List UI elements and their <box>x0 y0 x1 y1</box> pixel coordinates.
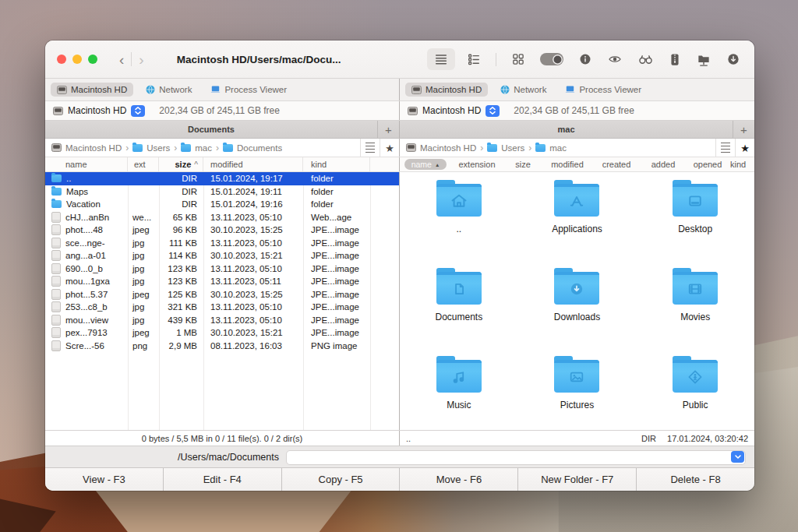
file-icon <box>51 340 61 351</box>
breadcrumb-item[interactable]: Documents <box>237 143 282 153</box>
folder-icon <box>51 200 62 208</box>
table-row[interactable]: mou...1gxajpg123 KB13.11.2023, 05:11JPE.… <box>45 275 399 288</box>
network-button[interactable] <box>696 52 711 67</box>
table-row[interactable]: ang...a-01jpg114 KB30.10.2023, 15:21JPE.… <box>45 249 399 262</box>
folder-tab[interactable]: Documents <box>45 125 377 134</box>
table-row[interactable]: mou...viewjpg439 KB13.11.2023, 05:10JPE.… <box>45 314 399 327</box>
table-row[interactable]: 690...0_bjpg123 KB13.11.2023, 05:10JPE..… <box>45 262 399 276</box>
drive-selector[interactable]: Macintosh HD <box>422 105 481 116</box>
grid-item-downloads[interactable]: Downloads <box>518 268 637 322</box>
free-space-label: 202,34 GB of 245,11 GB free <box>159 105 280 116</box>
view-grid-button[interactable] <box>511 52 525 66</box>
copy-f5-button[interactable]: Copy - F5 <box>282 468 401 491</box>
column-header-kind[interactable]: kind <box>730 160 754 169</box>
delete-f8-button[interactable]: Delete - F8 <box>637 468 754 491</box>
search-button[interactable] <box>637 52 654 66</box>
cell-ext: jpg <box>128 237 159 250</box>
view-list-button[interactable] <box>427 48 455 70</box>
breadcrumb-item[interactable]: Macintosh HD <box>65 143 122 153</box>
grid-item-pictures[interactable]: Pictures <box>518 356 637 410</box>
column-header-kind[interactable]: kind <box>303 157 370 171</box>
tab-macintosh-hd[interactable]: Macintosh HD <box>51 83 133 97</box>
column-header-added[interactable]: added <box>641 160 685 169</box>
laptop-icon <box>565 86 575 93</box>
cell-kind: JPE...image <box>303 301 370 314</box>
favorites-button[interactable] <box>380 139 399 157</box>
tab-process-viewer[interactable]: Process Viewer <box>559 83 648 97</box>
add-tab-button[interactable] <box>733 121 754 138</box>
minimize-button[interactable] <box>72 55 82 64</box>
breadcrumb-item[interactable]: mac <box>195 143 212 153</box>
table-row[interactable]: phot....48jpeg96 KB30.10.2023, 15:25JPE.… <box>45 224 399 237</box>
grid-item-public[interactable]: Public <box>636 356 754 410</box>
tab-network[interactable]: Network <box>494 83 553 97</box>
table-row[interactable]: ..DIR15.01.2024, 19:17folder <box>45 172 399 185</box>
photo-icon <box>567 367 588 388</box>
grid-item-parent[interactable]: .. <box>400 180 518 234</box>
breadcrumb-item[interactable]: mac <box>549 143 567 153</box>
command-input[interactable] <box>286 450 746 465</box>
folder-tab[interactable]: mac <box>400 125 733 134</box>
zoom-button[interactable] <box>88 55 97 64</box>
file-icon <box>51 301 61 312</box>
column-header-size[interactable]: size <box>159 157 203 171</box>
column-header-opened[interactable]: opened <box>685 160 730 169</box>
drive-selector-stepper[interactable] <box>131 105 145 117</box>
close-button[interactable] <box>57 55 66 64</box>
tab-process-viewer[interactable]: Process Viewer <box>204 83 293 97</box>
command-history-button[interactable] <box>731 451 744 463</box>
column-header-modified[interactable]: modified <box>203 157 303 171</box>
breadcrumb-item[interactable]: Users <box>501 143 524 153</box>
forward-button[interactable] <box>139 52 143 67</box>
column-header-ext[interactable]: ext <box>128 157 159 171</box>
archive-button[interactable] <box>669 52 681 67</box>
cell-kind: folder <box>303 172 370 185</box>
breadcrumb-item[interactable]: Macintosh HD <box>420 143 476 153</box>
grid-item-movies[interactable]: Movies <box>636 268 754 322</box>
grid-item-music[interactable]: Music <box>400 356 518 410</box>
app-store-icon <box>567 191 588 212</box>
cell-size: 439 KB <box>159 314 203 327</box>
cell-kind: folder <box>303 198 370 211</box>
add-tab-button[interactable] <box>377 121 399 138</box>
column-header-name[interactable]: name <box>45 157 128 171</box>
view-detailed-button[interactable] <box>467 52 481 66</box>
toggle-switch[interactable] <box>540 53 563 65</box>
detailed-list-icon <box>467 52 481 66</box>
new-folder-f7-button[interactable]: New Folder - F7 <box>518 468 637 491</box>
tab-network[interactable]: Network <box>139 83 198 97</box>
info-button[interactable] <box>578 52 592 66</box>
path-menu-button[interactable] <box>360 139 380 157</box>
tab-macintosh-hd[interactable]: Macintosh HD <box>405 83 488 97</box>
table-row[interactable]: 253...c8_bjpg321 KB13.11.2023, 05:10JPE.… <box>45 301 399 314</box>
breadcrumb-item[interactable]: Users <box>147 143 170 153</box>
table-row[interactable]: Scre...-56png2,9 MB08.11.2023, 16:03PNG … <box>45 340 399 353</box>
table-row[interactable]: cHJ...anBnwe...65 KB13.11.2023, 05:10Web… <box>45 211 399 224</box>
preview-button[interactable] <box>607 52 623 66</box>
download-button[interactable] <box>726 52 740 66</box>
path-menu-button[interactable] <box>715 139 735 157</box>
table-row[interactable]: VacationDIR15.01.2024, 19:16folder <box>45 198 399 211</box>
column-header-created[interactable]: created <box>591 160 641 169</box>
grid-item-label: Downloads <box>554 312 600 322</box>
table-row[interactable]: MapsDIR15.01.2024, 19:11folder <box>45 185 399 199</box>
column-header-extension[interactable]: extension <box>451 160 503 169</box>
grid-item-documents[interactable]: Documents <box>400 268 518 322</box>
cell-modified: 13.11.2023, 05:10 <box>203 314 303 327</box>
column-header-modified[interactable]: modified <box>543 160 591 169</box>
table-row[interactable]: sce...nge-jpg111 KB13.11.2023, 05:10JPE.… <box>45 237 399 250</box>
favorites-button[interactable] <box>735 139 754 157</box>
move-f6-button[interactable]: Move - F6 <box>400 468 518 491</box>
column-header-size[interactable]: size <box>503 160 543 169</box>
back-button[interactable] <box>119 52 124 67</box>
edit-f4-button[interactable]: Edit - F4 <box>164 468 282 491</box>
table-row[interactable]: pex...7913jpeg1 MB30.10.2023, 15:21JPE..… <box>45 326 399 340</box>
view-f3-button[interactable]: View - F3 <box>45 468 164 491</box>
drive-selector-stepper[interactable] <box>486 105 500 117</box>
grid-item-applications[interactable]: Applications <box>518 180 637 234</box>
grid-item-desktop[interactable]: Desktop <box>636 180 754 234</box>
column-header-name[interactable]: name <box>404 159 447 170</box>
drive-selector[interactable]: Macintosh HD <box>68 105 126 116</box>
cell-filler <box>370 211 399 224</box>
table-row[interactable]: phot...5.37jpeg125 KB30.10.2023, 15:25JP… <box>45 288 399 301</box>
